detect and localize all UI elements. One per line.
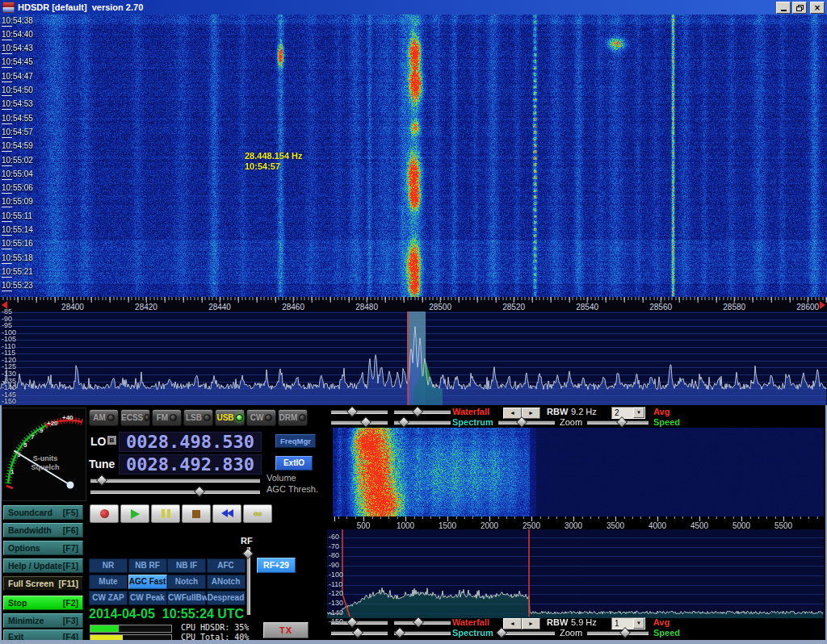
waterfall-time-label: 10:55:23 [2, 281, 33, 290]
lo-frequency-display[interactable]: 0028.498.530 [118, 431, 262, 453]
freq-scale-label: 28540 [573, 303, 601, 312]
bottom-waterfall-brightness-slider-thumb[interactable] [346, 617, 357, 628]
media-button-pause[interactable] [151, 504, 180, 523]
agc-thresh-slider-thumb[interactable] [194, 486, 205, 497]
lo-label: LO [90, 435, 106, 448]
top-avg-select[interactable]: 2▼ [611, 407, 645, 419]
dsp-button-afc[interactable]: AFC [207, 558, 246, 573]
minimize-button[interactable] [776, 2, 791, 14]
dsp-button-mute[interactable]: Mute [89, 575, 128, 589]
titlebar[interactable]: HDSDR [default] version 2.70 × [0, 0, 827, 15]
top-waterfall-brightness-slider-thumb[interactable] [346, 406, 357, 417]
dsp-button-despread[interactable]: Despread [207, 591, 246, 605]
bottom-waterfall-contrast-slider-thumb[interactable] [413, 617, 424, 628]
dsp-button-nb-if[interactable]: NB IF [167, 558, 206, 573]
tune-frequency-display[interactable]: 0028.492.830 [118, 454, 262, 475]
top-rbw-increase-button[interactable]: ► [522, 408, 540, 419]
main-waterfall[interactable]: 28.448.154 Hz 10:54:57 10:54:3810:54:401… [0, 15, 827, 297]
top-speed-slider[interactable] [587, 418, 649, 425]
bottom-speed-slider[interactable] [587, 629, 649, 636]
top-spectrum-brightness-slider[interactable] [331, 418, 388, 425]
bottom-rbw-increase-button[interactable]: ► [522, 618, 540, 629]
sidebar-button-stop[interactable]: Stop[F2] [3, 596, 83, 610]
top-spectrum-brightness-slider-thumb[interactable] [360, 416, 372, 428]
top-spectrum-contrast-slider-thumb[interactable] [397, 416, 409, 428]
bottom-speed-slider-thumb[interactable] [619, 627, 631, 638]
dsp-button-cw-zap[interactable]: CW ZAP [89, 591, 128, 605]
sidebar-button-options[interactable]: Options[F7] [3, 541, 83, 555]
mode-led-icon [170, 414, 177, 421]
bottom-spectrum-contrast-slider-thumb[interactable] [394, 627, 405, 638]
bottom-spectrum-brightness-slider[interactable] [331, 629, 388, 636]
main-spectrum-canvas[interactable] [0, 312, 827, 405]
bottom-spectrum-brightness-slider-thumb[interactable] [351, 627, 363, 638]
bottom-zoom-slider[interactable] [498, 629, 555, 636]
top-zoom-slider[interactable] [498, 418, 555, 425]
sidebar-button-help-update[interactable]: Help / Update[F1] [3, 558, 83, 573]
media-button-loop[interactable]: ∞ [243, 504, 272, 523]
waterfall-time-label: 10:55:16 [2, 239, 33, 248]
media-button-stop[interactable] [182, 504, 211, 523]
dsp-button-agc-fast[interactable]: AGC Fast [128, 575, 167, 589]
bottom-speed-slider-track [587, 631, 649, 635]
agc-thresh-slider[interactable] [90, 487, 260, 495]
rf-gain-slider-thumb[interactable] [242, 548, 254, 559]
mode-button-fm[interactable]: FM [152, 409, 182, 426]
volume-slider[interactable] [90, 476, 260, 483]
bottom-waterfall-contrast-slider[interactable] [394, 618, 451, 625]
chevron-down-icon[interactable]: ▼ [633, 408, 644, 418]
bottom-spectrum-contrast-slider[interactable] [394, 629, 451, 636]
app-icon [2, 2, 15, 13]
audio-db-label: -140 [329, 609, 343, 617]
extio-button[interactable]: ExtIO [275, 456, 313, 470]
rewind-icon [221, 509, 233, 518]
tx-button[interactable]: TX [263, 622, 309, 638]
top-zoom-slider-thumb[interactable] [516, 416, 527, 428]
audio-spectrum-canvas[interactable] [327, 529, 824, 618]
bottom-spectrum-label: Spectrum [452, 628, 493, 638]
mode-button-drm[interactable]: DRM [278, 409, 308, 426]
dsp-button-notch[interactable]: Notch [167, 575, 206, 589]
main-waterfall-canvas[interactable] [0, 15, 827, 297]
top-waterfall-contrast-slider-thumb[interactable] [412, 406, 423, 417]
close-button[interactable]: × [810, 2, 825, 14]
mode-button-usb[interactable]: USB [215, 409, 245, 426]
restore-button[interactable] [792, 2, 807, 14]
s-meter[interactable]: S-units Squelch 13579+20+40 [2, 408, 86, 501]
dsp-button-nb-rf[interactable]: NB RF [128, 558, 167, 573]
freqmgr-button[interactable]: FreqMgr [275, 434, 316, 448]
lo-band-button[interactable]: B [107, 436, 116, 445]
sidebar-button-soundcard[interactable]: Soundcard[F5] [3, 505, 83, 520]
mode-button-ecss[interactable]: ECSS [120, 409, 150, 426]
mode-button-cw[interactable]: CW [246, 409, 276, 426]
sidebar-button-full-screen[interactable]: Full Screen[F11] [3, 576, 83, 591]
dsp-button-cw-peak[interactable]: CW Peak [128, 591, 167, 605]
media-button-record[interactable] [90, 504, 119, 523]
volume-slider-thumb[interactable] [96, 475, 107, 486]
bottom-rbw-decrease-button[interactable]: ◄ [503, 618, 522, 629]
mode-button-am[interactable]: AM [89, 409, 119, 426]
audio-waterfall-canvas[interactable] [333, 428, 824, 516]
rf-gain-button[interactable]: RF+29 [257, 558, 296, 573]
top-waterfall-brightness-slider[interactable] [331, 408, 388, 415]
bottom-zoom-slider-thumb[interactable] [496, 627, 507, 638]
bottom-waterfall-label: Waterfall [452, 617, 489, 628]
top-spectrum-contrast-slider[interactable] [394, 418, 451, 425]
sidebar-button-minimize[interactable]: Minimize[F3] [3, 613, 83, 628]
top-waterfall-contrast-slider[interactable] [394, 408, 451, 415]
dsp-button-anotch[interactable]: ANotch [207, 575, 246, 589]
bottom-avg-select[interactable]: 1▼ [611, 617, 645, 629]
smeter-scale-label: 1 [10, 468, 14, 475]
chevron-down-icon[interactable]: ▼ [633, 618, 644, 629]
top-rbw-decrease-button[interactable]: ◄ [503, 408, 522, 419]
top-speed-slider-thumb[interactable] [616, 416, 628, 428]
dsp-button-cwfullbw[interactable]: CWFullBw [167, 591, 206, 605]
sidebar-button-bandwidth[interactable]: Bandwidth[F6] [3, 523, 83, 537]
media-button-play[interactable] [120, 504, 149, 523]
audio-freq-label: 5500 [770, 521, 796, 530]
dsp-button-nr[interactable]: NR [89, 558, 128, 573]
main-spectrum[interactable]: -85-90-95-100-105-110-115-120-125-130-13… [0, 312, 827, 405]
media-button-rewind[interactable] [212, 504, 241, 523]
mode-button-lsb[interactable]: LSB [183, 409, 213, 426]
frequency-scale[interactable]: 2840028420284402846028480285002852028540… [0, 297, 827, 312]
